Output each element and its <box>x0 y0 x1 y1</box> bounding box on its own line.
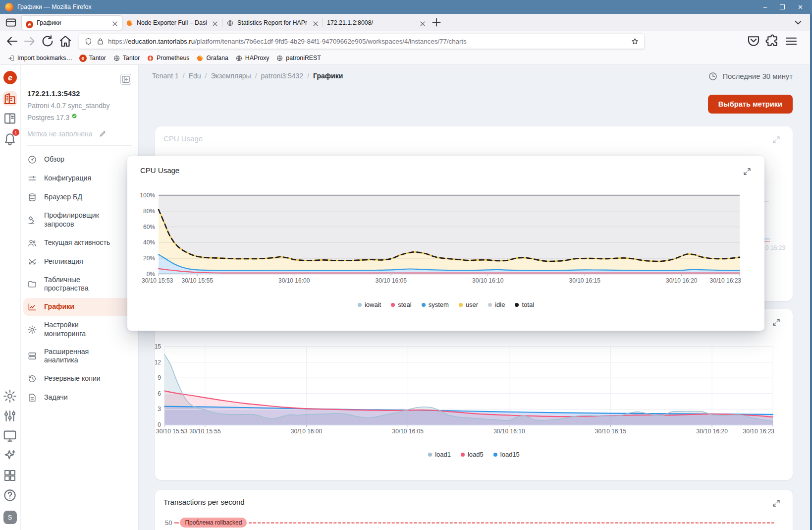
bookmark-item[interactable]: Grafana <box>193 54 231 63</box>
sidebar-item-activity[interactable]: Текущая активность <box>23 234 134 252</box>
globe-icon <box>113 55 120 62</box>
browser-tab[interactable]: Node Exporter Full – Dash <box>122 16 222 30</box>
bookmark-label: Tantor <box>89 55 106 61</box>
forward-button[interactable] <box>22 34 38 49</box>
list-all-tabs-icon[interactable] <box>791 16 805 29</box>
sidebar-item-tasks[interactable]: Задачи <box>23 389 134 407</box>
firefox-view-icon[interactable] <box>4 16 18 29</box>
lock-icon[interactable] <box>96 37 105 46</box>
bookmark-item[interactable]: Tantor <box>109 54 143 63</box>
hamburger-menu-icon[interactable] <box>783 34 799 49</box>
sidebar-item-overview[interactable]: Обзор <box>23 151 134 169</box>
close-button[interactable]: ✕ <box>798 4 803 10</box>
reload-button[interactable] <box>40 34 55 49</box>
sidebar-item-charts[interactable]: Графики <box>23 298 134 316</box>
extensions-icon[interactable] <box>764 34 780 49</box>
sidebar-item-label: Репликация <box>44 257 83 266</box>
sidebar-item-config[interactable]: Конфигурация <box>23 170 134 187</box>
edit-label-icon[interactable] <box>99 129 107 138</box>
sidebar-item-profiler[interactable]: Профилировщик запросов <box>23 207 134 233</box>
bookmark-item[interactable]: Import bookmarks… <box>4 54 76 63</box>
browser-tab[interactable]: 172.21.1.2:8008/ <box>323 16 430 30</box>
svg-text:40%: 40% <box>143 239 155 246</box>
pocket-icon[interactable] <box>746 34 761 49</box>
rail-notifications-icon[interactable]: 1 <box>2 131 17 146</box>
sidebar-item-replication[interactable]: Репликация <box>23 253 134 271</box>
sidebar-item-label: Задачи <box>44 393 68 402</box>
legend-item-iowait[interactable]: iowait <box>358 301 381 308</box>
legend-item-system[interactable]: system <box>422 301 449 308</box>
legend-label: iowait <box>365 301 381 308</box>
new-tab-button[interactable] <box>430 16 443 29</box>
legend-item-total[interactable]: total <box>515 301 534 308</box>
card-title: Transactions per second <box>163 498 245 506</box>
legend-dot <box>488 303 492 307</box>
bookmark-label: patroniREST <box>286 55 321 61</box>
rail-apps-icon[interactable] <box>2 468 17 483</box>
svg-text:30/10 16:20: 30/10 16:20 <box>696 428 728 435</box>
select-metrics-button[interactable]: Выбрать метрики <box>708 95 793 114</box>
rail-docs-icon[interactable] <box>2 111 17 126</box>
browser-tab[interactable]: Statistics Report for HAPro <box>222 16 323 30</box>
rail-monitor-icon[interactable] <box>2 428 17 443</box>
legend-dot <box>459 303 463 307</box>
app-icon-rail: e1S <box>0 65 20 530</box>
activity-icon <box>27 238 37 248</box>
bookmark-item[interactable]: HAProxy <box>232 54 273 63</box>
sidebar-item-label: Обзор <box>44 155 64 164</box>
breadcrumb-item[interactable]: Tenant 1 <box>152 72 179 80</box>
breadcrumb-item[interactable]: Экземпляры <box>211 72 251 80</box>
tab-close-icon[interactable] <box>311 19 319 27</box>
shield-icon[interactable] <box>84 37 93 46</box>
sidebar-divider <box>27 145 132 146</box>
bookmark-star-icon[interactable] <box>631 37 639 46</box>
globe-icon <box>235 55 243 62</box>
replication-icon <box>27 257 37 267</box>
expand-icon[interactable] <box>772 135 781 144</box>
home-button[interactable] <box>57 34 73 49</box>
tab-close-icon[interactable] <box>110 19 118 27</box>
sidebar-item-analytics[interactable]: Расширенная аналитика <box>23 344 134 369</box>
avatar[interactable]: S <box>3 511 17 524</box>
back-button[interactable] <box>4 34 20 49</box>
legend-item-user[interactable]: user <box>459 301 478 308</box>
rail-instances-icon[interactable] <box>2 91 17 106</box>
legend-item-idle[interactable]: idle <box>488 301 505 308</box>
legend-item-load1[interactable]: load1 <box>428 451 451 458</box>
bookmark-item[interactable]: patroniREST <box>272 54 324 63</box>
tantor-icon: e <box>26 21 33 28</box>
time-range-selector[interactable]: Последние 30 минут <box>708 71 793 81</box>
rail-preferences-icon[interactable] <box>2 409 17 423</box>
bookmark-item[interactable]: eTantor <box>76 54 109 63</box>
rail-settings-icon[interactable] <box>2 389 17 404</box>
tab-close-icon[interactable] <box>418 19 426 27</box>
browser-tab[interactable]: eГрафики <box>22 16 122 30</box>
tantor-logo-icon[interactable]: e <box>2 70 17 85</box>
firefox-logo-icon <box>5 3 13 11</box>
url-text[interactable]: https://education.tantorlabs.ru/platform… <box>108 38 627 45</box>
sidebar-item-db[interactable]: Браузер БД <box>23 188 134 206</box>
sidebar-item-backup[interactable]: Резервные копии <box>23 370 134 388</box>
gear-icon <box>27 325 37 335</box>
legend-label: load5 <box>468 451 484 458</box>
sidebar-item-label: Расширенная аналитика <box>44 348 119 365</box>
cpu-usage-modal: CPU Usage 30/10 15:5330/10 15:5530/10 16… <box>127 156 764 331</box>
bookmark-item[interactable]: Prometheus <box>143 54 193 63</box>
url-bar[interactable]: https://education.tantorlabs.ru/platform… <box>79 34 644 49</box>
legend-item-load15[interactable]: load15 <box>493 451 520 458</box>
rail-help-icon[interactable] <box>2 488 17 503</box>
rail-assistant-icon[interactable] <box>2 448 17 463</box>
collapse-sidebar-button[interactable] <box>120 74 131 85</box>
problem-annotation-badge[interactable]: Проблема rollbacked <box>180 518 247 528</box>
legend-item-load5[interactable]: load5 <box>461 451 484 458</box>
sidebar-item-tablespace[interactable]: Табличные пространства <box>23 272 134 297</box>
minimize-button[interactable]: – <box>763 4 767 10</box>
breadcrumb-item[interactable]: patroni3:5432 <box>261 72 304 80</box>
tab-close-icon[interactable] <box>210 19 218 27</box>
expand-icon[interactable] <box>772 499 781 508</box>
import-icon <box>7 55 15 62</box>
maximize-button[interactable] <box>780 4 785 9</box>
breadcrumb-item[interactable]: Edu <box>189 72 201 80</box>
sidebar-item-gear[interactable]: Настройки мониторинга <box>23 317 134 343</box>
legend-item-steal[interactable]: steal <box>391 301 411 308</box>
